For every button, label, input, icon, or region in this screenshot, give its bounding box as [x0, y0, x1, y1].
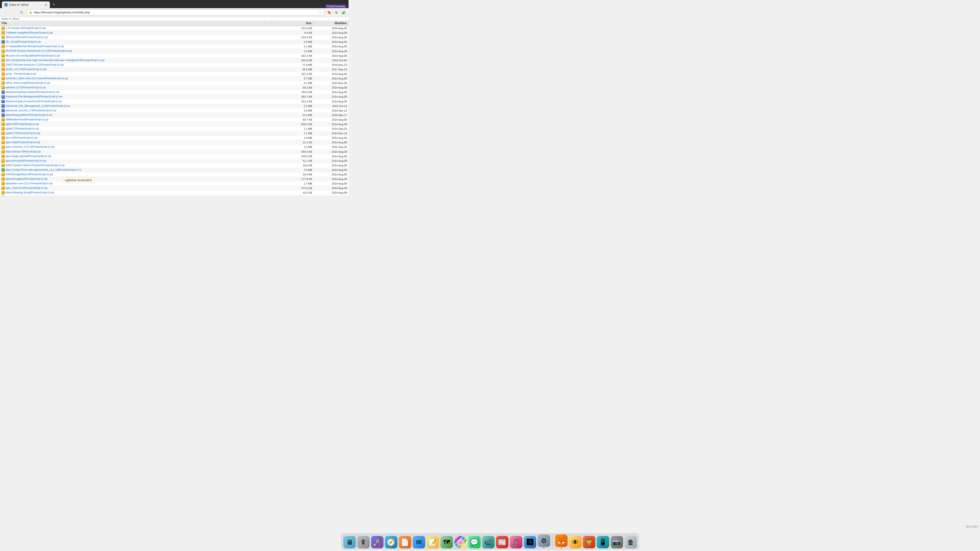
table-row[interactable]: achik - PersianScript.ir.zip321.3 KB2014…: [0, 72, 348, 76]
file-link[interactable]: 89.05.06-Persian-Sharetronix-v1.5.2(Pers…: [6, 49, 72, 52]
file-link[interactable]: Ajax-Domain-Whois-Script.zip: [6, 150, 41, 153]
table-row[interactable]: 1.21.fa.beta.1(PersianScript.ir).zip412.…: [0, 26, 348, 31]
file-name-cell[interactable]: 3DHoverEffects(PersianScript.ir).zip: [0, 35, 272, 40]
table-row[interactable]: 89.05.06-Persian-Sharetronix-v1.5.2(Pers…: [0, 49, 348, 53]
file-link[interactable]: AftWeatherFeed(PersianScript.ir).zip: [6, 118, 49, 121]
tab-close-button[interactable]: ✕: [45, 3, 48, 7]
file-link[interactable]: ajax-comment_v2.0.1(PersianScript.ir).zi…: [6, 145, 54, 148]
file-link[interactable]: advanced-backup-system(PersianScript.ir)…: [6, 91, 59, 93]
address-bar[interactable]: 🔒 https://thevault.megaloglobal.com/inde…: [26, 10, 325, 16]
file-link[interactable]: agahi16(PersianScript.ir).zip: [6, 123, 39, 126]
file-name-cell[interactable]: ajax_chat-0.8.3(PersianScript.ir).zip: [0, 186, 272, 191]
file-name-cell[interactable]: 17-elegantthemes-Wordpress(PersianScript…: [0, 44, 272, 49]
file-name-cell[interactable]: acelle_v3.0.10(PersianScript.ir).zip: [0, 67, 272, 72]
file-link[interactable]: ajax-poll-script(Persianscript.ir).zip: [6, 159, 46, 162]
table-row[interactable]: ajax-poll-script(Persianscript.ir).zip41…: [0, 158, 348, 163]
extensions-button[interactable]: 🧩: [340, 10, 347, 16]
file-link[interactable]: acelle_v3.0.10(PersianScript.ir).zip: [6, 68, 46, 71]
file-link[interactable]: ajax-image-upload(PersianScript.ir).zip: [6, 154, 51, 158]
file-link[interactable]: advanced-php-url-shortener(PersianScript…: [6, 100, 62, 103]
file-name-cell[interactable]: ajaxplorer-core-2.5.2-PersianScript.ir.z…: [0, 182, 272, 186]
file-link[interactable]: ajaxplorer-core-2.5.2-PersianScript.ir.z…: [6, 182, 52, 185]
file-name-cell[interactable]: advanced-php-url-shortener(PersianScript…: [0, 99, 272, 104]
table-row[interactable]: 3-tabbed-navigation(PersianScript.ir).zi…: [0, 31, 348, 35]
file-link[interactable]: adminer-2.0.0(PersianScript.ir).zip: [6, 86, 46, 89]
file-link[interactable]: alllg-shop(PersianScript.ir).zip: [6, 196, 41, 196]
file-link[interactable]: aie-0.6(PersianScript.ir).zip: [6, 136, 38, 139]
file-name-cell[interactable]: ajax-image-upload(PersianScript.ir).zip: [0, 154, 272, 158]
file-link[interactable]: 17-elegantthemes-Wordpress(PersianScript…: [6, 45, 64, 48]
file-name-cell[interactable]: AftWeatherFeed(PersianScript.ir).zip: [0, 117, 272, 122]
file-link[interactable]: ajax-chat(PersianScript.ir).zip: [6, 141, 40, 143]
file-name-cell[interactable]: ajax-comment_v2.0.1(PersianScript.ir).zi…: [0, 145, 272, 150]
file-link[interactable]: 3DHoverEffects(PersianScript.ir).zip: [6, 36, 48, 38]
file-name-cell[interactable]: Alexa Ranking Script(PersianScript.ir).z…: [0, 191, 272, 195]
table-row[interactable]: ajax-chat(PersianScript.ir).zip21.2 KB20…: [0, 140, 348, 145]
table-row[interactable]: 96-pure-css-pricing-tables(PersianScript…: [0, 53, 348, 58]
table-row[interactable]: activeden_flash-chat-v10-4-skins(Persian…: [0, 76, 348, 81]
table-row[interactable]: agahi17(PersianScript.ir).zip1.1 MB2014-…: [0, 127, 348, 131]
table-row[interactable]: Ajax-Domain-Whois-Script.zip494.6 KB2014…: [0, 150, 348, 154]
file-link[interactable]: ajax_chat-0.8.3(PersianScript.ir).zip: [6, 186, 48, 190]
table-row[interactable]: AJAX-System-Status-Checker(PersianScript…: [0, 163, 348, 167]
table-row[interactable]: Ajax.Contact.Form.with.attachments_v1.1.…: [0, 167, 348, 172]
file-link[interactable]: 14427169-jobs-board-pro-2.2(PersianScrip…: [6, 63, 64, 66]
file-name-cell[interactable]: alllg-shop(PersianScript.ir).zip: [0, 195, 272, 196]
table-row[interactable]: advertising-platform(PersianScript.ir).r…: [0, 113, 348, 117]
file-name-cell[interactable]: 96-pure-css-pricing-tables(PersianScript…: [0, 53, 272, 58]
file-link[interactable]: advanced_security_2.0(PersianScript.ir).…: [6, 109, 56, 112]
file-link[interactable]: Advanced-File-Management(PersianScript.i…: [6, 95, 62, 98]
table-row[interactable]: Advanced-File-Management(PersianScript.i…: [0, 94, 348, 99]
file-link[interactable]: AJAX-System-Status-Checker(PersianScript…: [6, 164, 65, 167]
file-name-cell[interactable]: 321-membership-user-login-membership-and…: [0, 58, 272, 62]
back-button[interactable]: ←: [2, 9, 9, 16]
table-row[interactable]: AftWeatherFeed(PersianScript.ir).zip80.7…: [0, 117, 348, 122]
file-link[interactable]: 3D_Cloud(PersianScript.ir).rar: [6, 40, 41, 43]
table-row[interactable]: 321-membership-user-login-membership-and…: [0, 58, 348, 62]
table-row[interactable]: advanced_security_2.0(PersianScript.ir).…: [0, 108, 348, 113]
file-link[interactable]: 1.21.fa.beta.1(PersianScript.ir).zip: [6, 27, 46, 29]
file-link[interactable]: Ajax.Contact.Form.with.attachments_v1.1.…: [6, 168, 81, 171]
table-row[interactable]: adf-ly-clone-script(PersianScript.ir).zi…: [0, 81, 348, 86]
file-name-cell[interactable]: aie-0.6(PersianScript.ir).zip: [0, 136, 272, 140]
file-name-cell[interactable]: AJAX-System-Status-Checker(PersianScript…: [0, 163, 272, 167]
file-link[interactable]: 96-pure-css-pricing-tables(PersianScript…: [6, 54, 60, 57]
table-row[interactable]: ajax_chat-0.8.3(PersianScript.ir).zip472…: [0, 186, 348, 191]
table-row[interactable]: AJAXGoogleSearch(PersianScript.ir).zip34…: [0, 172, 348, 177]
file-link[interactable]: adf-ly-clone-script(PersianScript.ir).zi…: [6, 81, 50, 84]
bookmark-button[interactable]: 🔖: [326, 10, 332, 16]
table-row[interactable]: 3DHoverEffects(PersianScript.ir).zip243.…: [0, 35, 348, 40]
file-link[interactable]: achik - PersianScript.ir.zip: [6, 72, 36, 75]
file-link[interactable]: advertising-platform(PersianScript.ir).r…: [6, 113, 52, 116]
bookmark-icon[interactable]: ☆: [319, 11, 322, 14]
table-row[interactable]: advanced-backup-system(PersianScript.ir)…: [0, 90, 348, 94]
file-name-cell[interactable]: agahi16(PersianScript.ir).zip: [0, 122, 272, 126]
file-link[interactable]: ajaxmint-gallery(Persianscript.ir).zip: [6, 177, 48, 180]
file-name-cell[interactable]: 3D_Cloud(PersianScript.ir).rar: [0, 40, 272, 44]
active-tab[interactable]: Index of ./drive/ ✕: [2, 2, 50, 8]
file-name-cell[interactable]: achik - PersianScript.ir.zip: [0, 72, 272, 76]
file-name-cell[interactable]: ajax-chat(PersianScript.ir).zip: [0, 140, 272, 145]
file-name-cell[interactable]: advanced-backup-system(PersianScript.ir)…: [0, 90, 272, 94]
file-link[interactable]: agahi17(PersianScript.ir).zip: [6, 127, 39, 130]
file-name-cell[interactable]: adf-ly-clone-script(PersianScript.ir).zi…: [0, 81, 272, 86]
file-name-cell[interactable]: AJAXGoogleSearch(PersianScript.ir).zip: [0, 172, 272, 177]
file-name-cell[interactable]: 89.05.06-Persian-Sharetronix-v1.5.2(Pers…: [0, 49, 272, 53]
file-name-cell[interactable]: agahi17(PersianScript.ir).zip: [0, 127, 272, 131]
table-row[interactable]: ajax-image-upload(PersianScript.ir).zip5…: [0, 154, 348, 158]
table-row[interactable]: 14427169-jobs-board-pro-2.2(PersianScrip…: [0, 62, 348, 67]
file-link[interactable]: Alexa Ranking Script(PersianScript.ir).z…: [6, 191, 54, 194]
table-row[interactable]: agahi16(PersianScript.ir).zip935.2 KB201…: [0, 122, 348, 126]
file-name-cell[interactable]: adminer-2.0.0(PersianScript.ir).zip: [0, 86, 272, 90]
settings-button[interactable]: ⚙: [333, 10, 339, 16]
table-row[interactable]: ajax-comment_v2.0.1(PersianScript.ir).zi…: [0, 145, 348, 150]
file-link[interactable]: activeden_flash-chat-v10-4-skins(Persian…: [6, 77, 68, 80]
file-name-cell[interactable]: activeden_flash-chat-v10-4-skins(Persian…: [0, 76, 272, 81]
file-name-cell[interactable]: Advanced_File_Management_v3.0(PersianScr…: [0, 104, 272, 108]
new-tab-button[interactable]: +: [51, 1, 57, 8]
table-row[interactable]: 17-elegantthemes-Wordpress(PersianScript…: [0, 44, 348, 49]
table-row[interactable]: 3D_Cloud(PersianScript.ir).rar2.9 MB2014…: [0, 40, 348, 44]
file-link[interactable]: AJAXGoogleSearch(PersianScript.ir).zip: [6, 173, 53, 176]
file-name-cell[interactable]: Ajax.Contact.Form.with.attachments_v1.1.…: [0, 167, 272, 172]
file-name-cell[interactable]: advertising-platform(PersianScript.ir).r…: [0, 113, 272, 117]
